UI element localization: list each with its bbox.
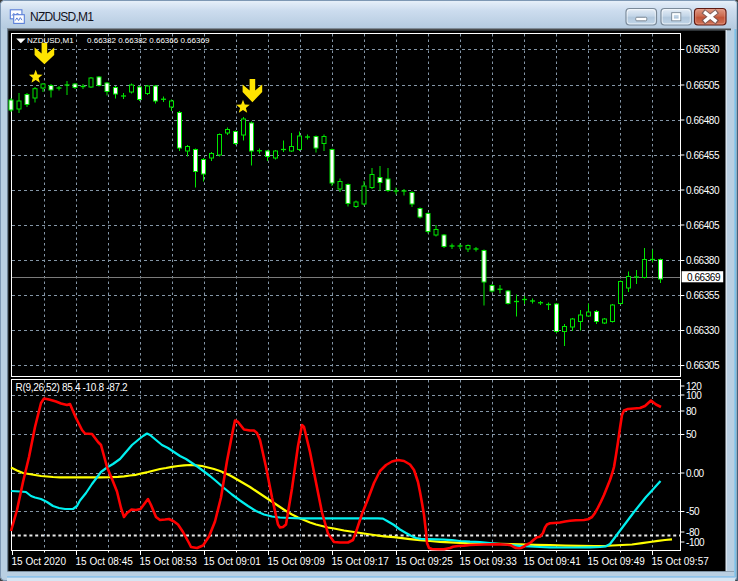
svg-text:15 Oct 09:17: 15 Oct 09:17 — [332, 556, 390, 567]
svg-text:0.66405: 0.66405 — [686, 220, 720, 231]
svg-text:15 Oct 09:41: 15 Oct 09:41 — [524, 556, 582, 567]
svg-text:15 Oct 09:01: 15 Oct 09:01 — [204, 556, 262, 567]
svg-text:0.66305: 0.66305 — [686, 360, 720, 371]
svg-text:-100: -100 — [686, 537, 705, 548]
svg-text:15 Oct 08:45: 15 Oct 08:45 — [76, 556, 134, 567]
svg-text:0.66455: 0.66455 — [686, 150, 720, 161]
svg-text:15 Oct 09:33: 15 Oct 09:33 — [460, 556, 518, 567]
svg-text:NZDUSD,M1 0.66382 0.66382: NZDUSD,M1 0.66382 0.66382 0.66366 0.6636… — [27, 36, 210, 45]
svg-text:R(9,26,52) 85.4 -10.8 -87.2: R(9,26,52) 85.4 -10.8 -87.2 — [16, 382, 128, 393]
svg-text:50: 50 — [686, 429, 697, 440]
svg-text:15 Oct 09:49: 15 Oct 09:49 — [588, 556, 646, 567]
svg-text:0.66380: 0.66380 — [686, 255, 720, 266]
svg-text:0.66530: 0.66530 — [686, 44, 720, 55]
svg-text:15 Oct 09:09: 15 Oct 09:09 — [268, 556, 326, 567]
svg-text:80: 80 — [686, 406, 697, 417]
svg-text:0.66355: 0.66355 — [686, 290, 720, 301]
svg-text:NZDUSD,M1: NZDUSD,M1 — [30, 10, 94, 24]
svg-text:0.66430: 0.66430 — [686, 185, 720, 196]
svg-text:15 Oct 09:25: 15 Oct 09:25 — [396, 556, 454, 567]
svg-text:0.00: 0.00 — [686, 468, 705, 479]
svg-text:15 Oct 2020: 15 Oct 2020 — [12, 556, 67, 567]
svg-text:15 Oct 08:53: 15 Oct 08:53 — [140, 556, 198, 567]
svg-text:0.66505: 0.66505 — [686, 80, 720, 91]
svg-text:-50: -50 — [686, 506, 700, 517]
svg-text:0.66480: 0.66480 — [686, 115, 720, 126]
svg-text:0.66330: 0.66330 — [686, 325, 720, 336]
svg-text:100: 100 — [686, 390, 702, 401]
svg-text:15 Oct 09:57: 15 Oct 09:57 — [652, 556, 710, 567]
svg-text:0.66369: 0.66369 — [687, 272, 721, 283]
